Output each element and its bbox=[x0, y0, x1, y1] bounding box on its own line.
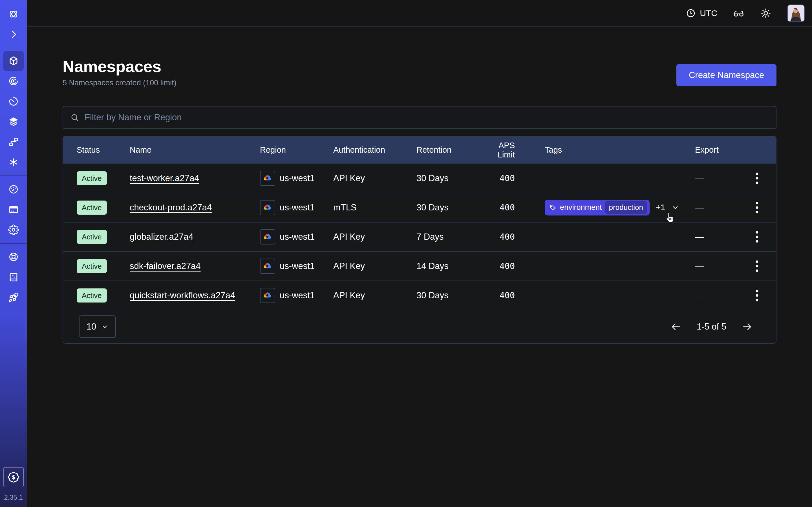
tag-value: production bbox=[605, 201, 647, 214]
namespace-link[interactable]: globalizer.a27a4 bbox=[130, 232, 193, 242]
sidebar-item-nexus[interactable] bbox=[3, 152, 24, 172]
namespace-link[interactable]: sdk-failover.a27a4 bbox=[130, 261, 201, 271]
aps-limit-value: 400 bbox=[480, 173, 515, 183]
sidebar-item-support[interactable] bbox=[3, 247, 24, 267]
tag-icon bbox=[549, 204, 557, 211]
retention-label: 30 Days bbox=[416, 290, 480, 300]
column-header-tags: Tags bbox=[515, 145, 693, 155]
aps-limit-value: 400 bbox=[480, 232, 515, 242]
arrow-left-icon bbox=[670, 321, 681, 332]
retention-label: 7 Days bbox=[416, 232, 480, 242]
tag-key: environment bbox=[560, 203, 602, 212]
getting-started-rocket-icon bbox=[8, 292, 19, 303]
row-menu-button[interactable] bbox=[753, 257, 761, 275]
search-icon bbox=[70, 113, 80, 122]
auth-label: API Key bbox=[333, 173, 416, 183]
aps-limit-value: 400 bbox=[480, 290, 515, 300]
namespace-link[interactable]: checkout-prod.a27a4 bbox=[130, 203, 212, 212]
schedules-timer-icon bbox=[8, 96, 19, 107]
filter-input[interactable] bbox=[85, 112, 769, 122]
region-label: us-west1 bbox=[280, 203, 315, 213]
sidebar-divider bbox=[0, 243, 27, 244]
docs-book-icon bbox=[8, 272, 19, 283]
sidebar-item-workflows[interactable] bbox=[3, 71, 24, 91]
credits-dollar-badge-icon[interactable]: $ bbox=[3, 467, 24, 487]
user-avatar[interactable] bbox=[787, 4, 805, 22]
table-row: Active sdk-failover.a27a4 us-west1 API K… bbox=[63, 251, 776, 281]
aps-limit-value: 400 bbox=[480, 261, 515, 271]
row-menu-button[interactable] bbox=[753, 169, 761, 187]
tag-expand-button[interactable] bbox=[671, 204, 679, 212]
sidebar-item-settings[interactable] bbox=[3, 220, 24, 240]
sidebar-item-docs[interactable] bbox=[3, 267, 24, 287]
next-page-button[interactable] bbox=[741, 320, 754, 334]
app-version: 2.35.1 bbox=[4, 494, 23, 501]
sidebar-divider bbox=[0, 175, 27, 176]
sidebar-item-schedules[interactable] bbox=[3, 91, 24, 112]
gcp-region-icon bbox=[260, 259, 275, 274]
table-header-row: Status Name Region Authentication Retent… bbox=[63, 137, 776, 163]
sidebar-item-billing[interactable] bbox=[3, 200, 24, 220]
sidebar-expand-chevron-right-icon[interactable] bbox=[3, 24, 24, 45]
settings-gear-icon bbox=[8, 224, 19, 235]
row-menu-button[interactable] bbox=[753, 199, 761, 217]
page-header: Namespaces 5 Namespaces created (100 lim… bbox=[63, 58, 776, 87]
sidebar: $ 2.35.1 bbox=[0, 0, 27, 507]
column-header-region: Region bbox=[260, 145, 333, 155]
region-label: us-west1 bbox=[280, 173, 315, 183]
sidebar-item-getting-started[interactable] bbox=[3, 287, 24, 307]
namespaces-cube-icon bbox=[8, 55, 19, 66]
gcp-region-icon bbox=[260, 288, 275, 303]
usage-gauge-icon bbox=[8, 184, 19, 194]
sidebar-item-deployments[interactable] bbox=[3, 132, 24, 152]
tag-more-count[interactable]: +1 bbox=[656, 203, 665, 212]
page-title: Namespaces bbox=[63, 58, 176, 75]
aps-limit-value: 400 bbox=[480, 203, 515, 212]
column-header-retention: Retention bbox=[416, 145, 480, 155]
kebab-icon bbox=[756, 260, 758, 272]
column-header-authentication: Authentication bbox=[333, 145, 416, 155]
auth-label: mTLS bbox=[333, 203, 416, 213]
create-namespace-button[interactable]: Create Namespace bbox=[676, 64, 776, 86]
sidebar-item-batch-operations[interactable] bbox=[3, 112, 24, 132]
export-value: — bbox=[693, 203, 738, 213]
previous-page-button[interactable] bbox=[669, 320, 682, 334]
retention-label: 30 Days bbox=[416, 173, 480, 183]
namespace-link[interactable]: quickstart-workflows.a27a4 bbox=[130, 290, 235, 300]
arrow-right-icon bbox=[742, 321, 753, 332]
export-value: — bbox=[693, 173, 738, 183]
status-badge: Active bbox=[77, 171, 107, 185]
topbar: UTC bbox=[27, 0, 812, 27]
kebab-icon bbox=[756, 289, 758, 302]
sidebar-item-namespaces[interactable] bbox=[3, 51, 24, 71]
namespaces-table: Status Name Region Authentication Retent… bbox=[63, 136, 776, 344]
filter-bar bbox=[63, 106, 776, 129]
page-size-value: 10 bbox=[87, 322, 96, 332]
status-badge: Active bbox=[77, 230, 107, 244]
temporal-logo[interactable] bbox=[3, 4, 24, 24]
row-menu-button[interactable] bbox=[753, 286, 761, 304]
region-label: us-west1 bbox=[280, 261, 315, 271]
deployments-branch-icon bbox=[8, 136, 19, 147]
column-header-name: Name bbox=[130, 145, 260, 155]
timezone-selector[interactable]: UTC bbox=[686, 8, 717, 18]
sidebar-item-usage[interactable] bbox=[3, 179, 24, 200]
clock-icon bbox=[686, 8, 696, 18]
tag-chip[interactable]: environment production bbox=[545, 200, 650, 216]
theme-sun-icon[interactable] bbox=[760, 8, 771, 19]
namespace-link[interactable]: test-worker.a27a4 bbox=[130, 173, 199, 183]
chevron-down-icon bbox=[101, 323, 109, 330]
row-menu-button[interactable] bbox=[753, 228, 761, 246]
kebab-icon bbox=[756, 202, 758, 214]
status-badge: Active bbox=[77, 201, 107, 215]
support-lifebuoy-icon bbox=[8, 251, 19, 262]
page-size-select[interactable]: 10 bbox=[80, 316, 116, 338]
table-footer: 10 1-5 of 5 bbox=[63, 310, 776, 343]
batch-layers-icon bbox=[8, 116, 19, 127]
auth-label: API Key bbox=[333, 290, 416, 300]
export-value: — bbox=[693, 290, 738, 300]
kebab-icon bbox=[756, 172, 758, 184]
export-value: — bbox=[693, 261, 738, 271]
table-row: Active checkout-prod.a27a4 us-west1 mTLS… bbox=[63, 193, 776, 222]
labs-glasses-icon[interactable] bbox=[733, 8, 744, 19]
